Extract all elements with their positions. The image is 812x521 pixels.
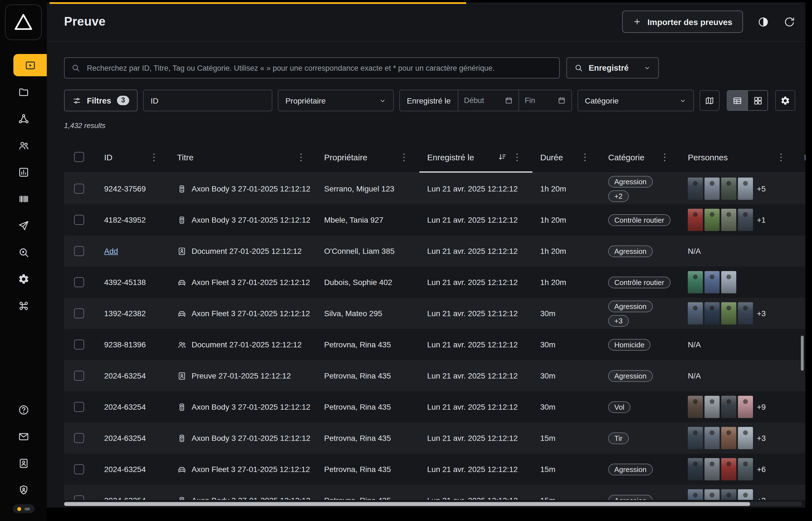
person-thumbnail[interactable] — [721, 458, 736, 480]
table-row[interactable]: AddDocument 27-01-2025 12:12:12O'Connell… — [64, 235, 805, 267]
column-header-enregistr-le[interactable]: Enregistré le⋮ — [419, 141, 532, 173]
person-thumbnail[interactable] — [688, 302, 703, 324]
column-menu-icon[interactable]: ⋮ — [579, 151, 591, 163]
sidebar-item-settings[interactable] — [0, 268, 47, 290]
table-row[interactable]: 2024-63254Axon Body 3 27-01-2025 12:12:1… — [64, 485, 805, 500]
map-view-button[interactable] — [700, 90, 720, 111]
sort-descending-icon[interactable] — [498, 153, 507, 161]
column-header-dur-e[interactable]: Durée⋮ — [532, 141, 600, 173]
person-thumbnail[interactable] — [738, 489, 753, 500]
column-header-id[interactable]: ID⋮ — [96, 141, 169, 173]
table-row[interactable]: 2024-63254Axon Fleet 3 27-01-2025 12:12:… — [64, 454, 805, 485]
axon-logo[interactable] — [5, 4, 42, 40]
person-thumbnail[interactable] — [738, 427, 753, 449]
person-thumbnail[interactable] — [721, 427, 736, 449]
column-header-personnes[interactable]: Personnes⋮ — [680, 141, 796, 173]
sidebar-item-send[interactable] — [0, 214, 47, 236]
table-row[interactable]: 1392-42382Axon Fleet 3 27-01-2025 12:12:… — [64, 298, 805, 329]
person-thumbnail[interactable] — [721, 489, 736, 500]
person-thumbnail[interactable] — [688, 458, 703, 480]
calendar-icon[interactable] — [505, 96, 513, 105]
person-thumbnail[interactable] — [688, 178, 703, 200]
sidebar-item-network[interactable] — [0, 108, 47, 130]
search-input[interactable] — [86, 63, 552, 73]
person-thumbnail[interactable] — [738, 302, 753, 324]
table-row[interactable]: 9242-37569Axon Body 3 27-01-2025 12:12:1… — [64, 173, 805, 204]
horizontal-scrollbar-thumb[interactable] — [64, 502, 750, 506]
sidebar-item-id-card[interactable] — [0, 452, 47, 474]
id-filter[interactable]: ID — [144, 90, 272, 111]
row-add-link[interactable]: Add — [104, 247, 118, 255]
grid-view-button[interactable] — [747, 91, 767, 110]
person-thumbnail[interactable] — [704, 178, 720, 200]
person-thumbnail[interactable] — [738, 396, 753, 418]
row-checkbox[interactable] — [74, 340, 84, 349]
column-menu-icon[interactable]: ⋮ — [775, 151, 788, 163]
id-filter-input[interactable] — [163, 95, 265, 106]
person-thumbnail[interactable] — [688, 209, 703, 231]
row-checkbox[interactable] — [74, 464, 84, 474]
vertical-scrollbar[interactable] — [801, 336, 804, 371]
column-header-cat-gorie[interactable]: Catégorie⋮ — [600, 141, 680, 173]
refresh-g-icon[interactable] — [784, 16, 795, 27]
column-menu-icon[interactable]: ⋮ — [148, 151, 160, 163]
sidebar-item-mail[interactable] — [0, 425, 47, 448]
person-thumbnail[interactable] — [704, 489, 720, 500]
sidebar-item-analytics[interactable] — [0, 161, 47, 183]
import-evidence-button[interactable]: Importer des preuves — [622, 10, 743, 33]
table-view-button[interactable] — [727, 91, 747, 110]
person-thumbnail[interactable] — [704, 271, 720, 293]
saved-searches-button[interactable]: Enregistré — [566, 57, 659, 78]
row-checkbox[interactable] — [74, 371, 84, 381]
sidebar-item-barcode[interactable] — [0, 187, 47, 210]
table-row[interactable]: 2024-63254Axon Body 3 27-01-2025 12:12:1… — [64, 391, 805, 423]
sidebar-item-evidence[interactable] — [13, 54, 47, 76]
row-checkbox[interactable] — [74, 433, 84, 443]
sidebar-item-help[interactable] — [0, 399, 47, 421]
table-row[interactable]: 9238-81396Document 27-01-2025 12:12:12Pe… — [64, 329, 805, 360]
table-row[interactable]: 4392-45138Axon Fleet 3 27-01-2025 12:12:… — [64, 267, 805, 298]
column-menu-icon[interactable]: ⋮ — [398, 151, 411, 163]
row-checkbox[interactable] — [74, 495, 84, 500]
person-thumbnail[interactable] — [721, 396, 736, 418]
person-thumbnail[interactable] — [704, 427, 720, 449]
person-thumbnail[interactable] — [704, 209, 720, 231]
contrast-toggle-icon[interactable] — [758, 16, 769, 27]
category-filter-select[interactable]: Catégorie — [577, 90, 694, 111]
person-thumbnail[interactable] — [688, 427, 703, 449]
owner-filter-select[interactable]: Propriétaire — [278, 90, 393, 111]
person-thumbnail[interactable] — [688, 489, 703, 500]
table-settings-button[interactable] — [775, 90, 795, 111]
row-checkbox[interactable] — [74, 246, 84, 256]
person-thumbnail[interactable] — [704, 458, 720, 480]
person-thumbnail[interactable] — [704, 302, 720, 324]
person-thumbnail[interactable] — [738, 458, 753, 480]
person-thumbnail[interactable] — [721, 178, 736, 200]
sidebar-item-cases[interactable] — [0, 81, 47, 103]
filters-button[interactable]: Filtres 3 — [64, 90, 138, 111]
person-thumbnail[interactable] — [738, 178, 753, 200]
person-thumbnail[interactable] — [738, 209, 753, 231]
horizontal-scrollbar[interactable] — [64, 501, 802, 506]
select-all-checkbox[interactable] — [74, 152, 84, 162]
table-row[interactable]: 2024-63254Axon Body 3 27-01-2025 12:12:1… — [64, 423, 805, 454]
column-header-propri-taire[interactable]: Propriétaire⋮ — [316, 141, 419, 173]
column-menu-icon[interactable]: ⋮ — [294, 151, 307, 163]
column-menu-icon[interactable]: ⋮ — [511, 151, 524, 163]
row-checkbox[interactable] — [74, 215, 84, 225]
row-checkbox[interactable] — [74, 402, 84, 412]
column-header-n[interactable]: N — [796, 141, 805, 173]
sidebar-item-people[interactable] — [0, 134, 47, 156]
end-date-input[interactable]: Fin — [519, 90, 571, 111]
table-row[interactable]: 2024-63254Preuve 27-01-2025 12:12:12Petr… — [64, 360, 805, 391]
person-thumbnail[interactable] — [688, 271, 703, 293]
sidebar-item-command[interactable] — [0, 294, 47, 317]
start-date-input[interactable]: Début — [458, 90, 519, 111]
row-checkbox[interactable] — [74, 277, 84, 287]
row-checkbox[interactable] — [74, 308, 84, 318]
person-thumbnail[interactable] — [704, 396, 720, 418]
person-thumbnail[interactable] — [721, 209, 736, 231]
calendar-icon[interactable] — [557, 96, 566, 105]
sidebar-item-shield[interactable] — [0, 479, 47, 501]
row-checkbox[interactable] — [74, 184, 84, 194]
